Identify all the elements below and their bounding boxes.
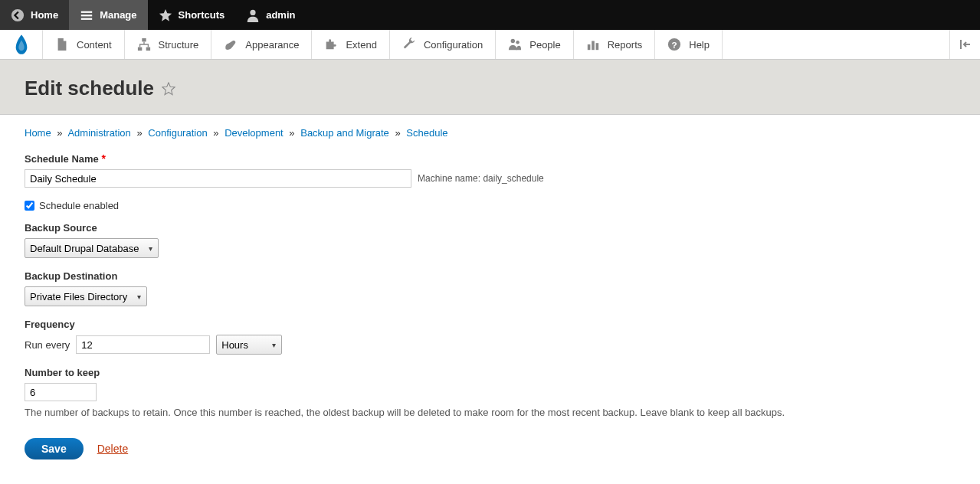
breadcrumb-administration[interactable]: Administration — [67, 127, 130, 139]
appearance-icon — [224, 38, 238, 51]
breadcrumb-schedule[interactable]: Schedule — [406, 127, 447, 139]
frequency-input[interactable] — [76, 335, 210, 354]
user-icon — [246, 8, 260, 22]
svg-rect-11 — [592, 41, 595, 51]
star-icon — [159, 8, 172, 22]
field-frequency: Frequency Run every Hours — [25, 319, 955, 355]
help-icon: ? — [667, 38, 681, 51]
collapse-icon — [959, 38, 972, 51]
field-schedule-name: Schedule Name * Machine name: daily_sche… — [25, 152, 955, 188]
breadcrumb-backup-migrate[interactable]: Backup and Migrate — [300, 127, 389, 139]
delete-link[interactable]: Delete — [97, 443, 128, 455]
toolbar-user[interactable]: admin — [235, 0, 306, 30]
menu-reports-label: Reports — [608, 39, 643, 51]
back-icon — [11, 8, 25, 22]
breadcrumb-development[interactable]: Development — [225, 127, 284, 139]
toolbar-shortcuts-label: Shortcuts — [179, 9, 225, 21]
document-icon — [55, 38, 69, 51]
menu-people[interactable]: People — [496, 30, 573, 59]
svg-point-0 — [11, 8, 24, 21]
toolbar-home-label: Home — [31, 9, 58, 21]
toolbar-shortcuts[interactable]: Shortcuts — [148, 0, 236, 30]
backup-source-label: Backup Source — [25, 222, 955, 234]
page-header: Edit schedule — [0, 60, 980, 115]
number-to-keep-input[interactable] — [25, 383, 97, 401]
number-to-keep-description: The number of backups to retain. Once th… — [25, 406, 955, 420]
menu-configuration[interactable]: Configuration — [390, 30, 496, 59]
field-backup-destination: Backup Destination Private Files Directo… — [25, 270, 955, 306]
wrench-icon — [402, 38, 416, 51]
svg-rect-10 — [588, 44, 591, 50]
frequency-label: Frequency — [25, 319, 955, 330]
svg-rect-15 — [960, 40, 962, 49]
svg-rect-7 — [146, 47, 149, 51]
toolbar-manage[interactable]: Manage — [69, 0, 147, 30]
frequency-unit-select[interactable]: Hours — [216, 335, 282, 355]
menu-content[interactable]: Content — [43, 30, 125, 59]
breadcrumb-home[interactable]: Home — [25, 127, 51, 139]
structure-icon — [137, 38, 151, 51]
menu-extend-label: Extend — [346, 39, 376, 51]
menu-extend[interactable]: Extend — [312, 30, 389, 59]
svg-rect-12 — [595, 43, 598, 50]
frequency-prefix: Run every — [25, 339, 70, 351]
enabled-label: Schedule enabled — [39, 200, 119, 211]
hamburger-icon — [80, 8, 93, 22]
menu-configuration-label: Configuration — [424, 39, 483, 51]
menu-help-label: Help — [689, 39, 710, 51]
menu-appearance[interactable]: Appearance — [211, 30, 312, 59]
enabled-checkbox[interactable] — [25, 201, 34, 211]
menu-appearance-label: Appearance — [245, 39, 299, 51]
backup-source-select[interactable]: Default Drupal Database — [25, 238, 159, 258]
field-backup-source: Backup Source Default Drupal Database — [25, 222, 955, 258]
form-actions: Save Delete — [25, 438, 955, 459]
schedule-name-input[interactable] — [25, 169, 411, 188]
admin-menu: Content Structure Appearance Extend Conf… — [0, 30, 980, 60]
favorite-star-icon[interactable] — [162, 82, 175, 96]
toolbar-manage-label: Manage — [100, 9, 136, 21]
save-button[interactable]: Save — [25, 438, 84, 459]
svg-text:?: ? — [672, 40, 677, 50]
svg-point-9 — [516, 41, 520, 44]
puzzle-icon — [324, 38, 338, 51]
toolbar-top: Home Manage Shortcuts admin — [0, 0, 980, 30]
menu-structure[interactable]: Structure — [125, 30, 212, 59]
menu-content-label: Content — [77, 39, 112, 51]
menu-reports[interactable]: Reports — [574, 30, 656, 59]
svg-rect-5 — [142, 38, 146, 42]
svg-rect-2 — [81, 15, 92, 16]
svg-rect-1 — [81, 11, 92, 12]
machine-name: Machine name: daily_schedule — [418, 173, 544, 184]
reports-icon — [586, 38, 600, 51]
content: Home » Administration » Configuration » … — [0, 115, 980, 472]
collapse-menu[interactable] — [949, 30, 980, 59]
number-to-keep-label: Number to keep — [25, 367, 955, 378]
field-enabled: Schedule enabled — [25, 200, 955, 211]
menu-help[interactable]: ? Help — [655, 30, 723, 59]
drupal-logo[interactable] — [0, 30, 43, 59]
toolbar-user-label: admin — [266, 9, 295, 21]
page-title: Edit schedule — [25, 77, 175, 100]
breadcrumb: Home » Administration » Configuration » … — [25, 127, 955, 139]
menu-structure-label: Structure — [159, 39, 199, 51]
schedule-name-label: Schedule Name * — [25, 152, 955, 165]
people-icon — [508, 38, 522, 51]
toolbar-home[interactable]: Home — [0, 0, 69, 30]
field-number-to-keep: Number to keep The number of backups to … — [25, 367, 955, 420]
svg-point-8 — [511, 39, 515, 43]
svg-rect-6 — [137, 47, 141, 51]
backup-destination-label: Backup Destination — [25, 270, 955, 282]
breadcrumb-configuration[interactable]: Configuration — [148, 127, 207, 139]
svg-point-4 — [251, 9, 256, 15]
menu-people-label: People — [529, 39, 560, 51]
backup-destination-select[interactable]: Private Files Directory — [25, 286, 147, 306]
svg-rect-3 — [81, 18, 92, 19]
